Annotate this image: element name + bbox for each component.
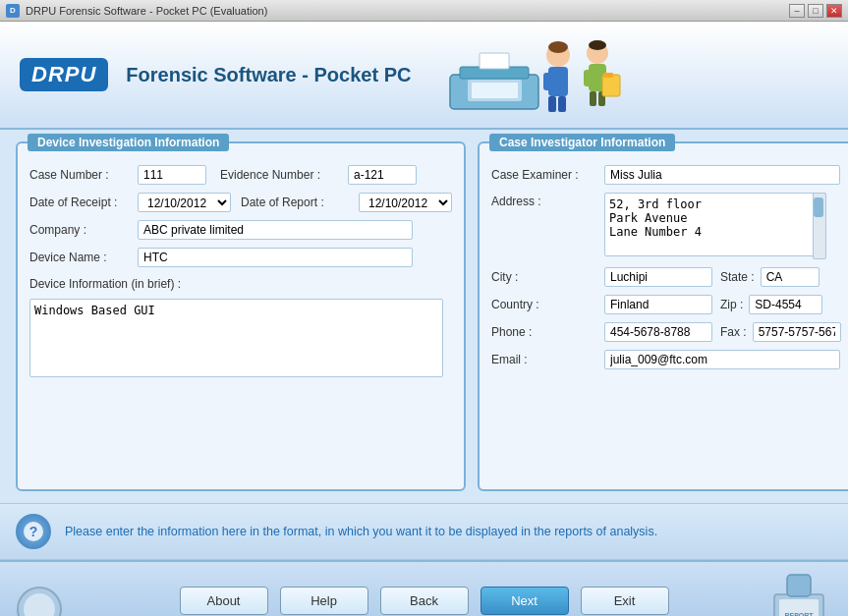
address-scrollbar[interactable] xyxy=(813,193,826,259)
address-textarea[interactable]: 52, 3rd floor Park Avenue Lane Number 4 xyxy=(604,193,826,256)
case-number-label: Case Number : xyxy=(29,168,138,182)
header: DRPU Forensic Software - Pocket PC xyxy=(0,22,848,130)
svg-rect-16 xyxy=(590,91,596,106)
maximize-button[interactable]: □ xyxy=(808,4,823,18)
city-state-row: City : State : xyxy=(491,267,841,287)
svg-rect-10 xyxy=(558,96,566,112)
svg-point-11 xyxy=(548,41,568,53)
info-bar: ? Please enter the information here in t… xyxy=(0,503,848,560)
evidence-number-label: Evidence Number : xyxy=(220,168,348,182)
date-report-label: Date of Report : xyxy=(241,196,359,209)
phone-label: Phone : xyxy=(491,325,604,339)
device-info-label: Device Information (in brief) : xyxy=(29,275,181,291)
device-panel-title: Device Investigation Information xyxy=(28,134,229,151)
bottom-bar: About Help Back Next Exit REPORT xyxy=(0,560,848,616)
company-input[interactable] xyxy=(138,220,413,240)
case-panel-title: Case Investigator Information xyxy=(489,134,675,151)
zip-input[interactable] xyxy=(749,295,822,314)
svg-rect-4 xyxy=(480,53,509,69)
device-info-row: Device Information (in brief) : xyxy=(29,275,452,291)
address-wrapper: 52, 3rd floor Park Avenue Lane Number 4 xyxy=(604,193,826,259)
window-title: DRPU Forensic Software - Pocket PC (Eval… xyxy=(26,5,267,17)
fax-label: Fax : xyxy=(720,325,747,339)
title-bar: D DRPU Forensic Software - Pocket PC (Ev… xyxy=(0,0,848,22)
minimize-button[interactable]: – xyxy=(789,4,805,18)
header-title: Forensic Software - Pocket PC xyxy=(126,64,411,86)
address-row: Address : 52, 3rd floor Park Avenue Lane… xyxy=(491,193,841,259)
address-label: Address : xyxy=(491,193,604,208)
about-button[interactable]: About xyxy=(180,587,268,615)
state-label: State : xyxy=(720,270,755,284)
phone-input[interactable] xyxy=(604,322,712,342)
examiner-row: Case Examiner : xyxy=(491,165,841,185)
date-report-select[interactable]: 12/10/2012 xyxy=(359,193,452,212)
device-info-textarea[interactable]: Windows Based GUI xyxy=(29,299,443,377)
header-decoration xyxy=(411,26,627,124)
country-label: Country : xyxy=(491,298,604,311)
device-info-container: Windows Based GUI xyxy=(29,299,452,380)
device-investigation-panel: Device Investigation Information Case Nu… xyxy=(16,141,466,491)
main-content: Device Investigation Information Case Nu… xyxy=(0,130,848,503)
country-input[interactable] xyxy=(604,295,712,314)
case-investigator-panel: Case Investigator Information Case Exami… xyxy=(478,141,848,491)
info-icon: ? xyxy=(16,514,51,549)
svg-text:?: ? xyxy=(29,524,38,539)
logo: DRPU xyxy=(20,58,108,91)
header-illustration xyxy=(411,26,627,124)
window-controls[interactable]: – □ ✕ xyxy=(789,4,842,18)
svg-text:REPORT: REPORT xyxy=(784,612,814,616)
date-receipt-select[interactable]: 12/10/2012 xyxy=(138,193,231,212)
svg-rect-14 xyxy=(584,70,593,86)
question-icon: ? xyxy=(23,521,44,542)
date-row: Date of Receipt : 12/10/2012 Date of Rep… xyxy=(29,193,452,212)
date-receipt-label: Date of Receipt : xyxy=(29,196,138,209)
app-icon: D xyxy=(6,4,20,18)
close-button[interactable]: ✕ xyxy=(826,4,842,18)
svg-rect-8 xyxy=(558,73,568,90)
company-row: Company : xyxy=(29,220,452,240)
svg-rect-9 xyxy=(548,96,556,112)
email-row: Email : xyxy=(491,350,841,369)
email-input[interactable] xyxy=(604,350,840,369)
svg-rect-19 xyxy=(603,73,613,78)
magnifier-illustration xyxy=(10,565,88,616)
svg-rect-18 xyxy=(602,75,620,96)
bottom-left-decoration xyxy=(10,565,88,616)
next-button[interactable]: Next xyxy=(481,587,569,615)
device-name-label: Device Name : xyxy=(29,251,138,264)
city-input[interactable] xyxy=(604,267,712,287)
state-input[interactable] xyxy=(761,267,820,287)
examiner-input[interactable] xyxy=(604,165,840,185)
device-name-row: Device Name : xyxy=(29,248,452,267)
case-number-input[interactable] xyxy=(138,165,206,185)
info-text: Please enter the information here in the… xyxy=(65,525,657,538)
stamp-illustration: REPORT xyxy=(760,565,838,616)
city-label: City : xyxy=(491,270,604,284)
fax-input[interactable] xyxy=(753,322,841,342)
svg-rect-7 xyxy=(543,73,553,90)
address-scroll-thumb xyxy=(814,197,823,217)
case-number-row: Case Number : Evidence Number : xyxy=(29,165,452,185)
exit-button[interactable]: Exit xyxy=(581,587,669,615)
examiner-label: Case Examiner : xyxy=(491,168,604,182)
zip-label: Zip : xyxy=(720,298,743,311)
email-label: Email : xyxy=(491,353,604,366)
svg-rect-29 xyxy=(787,575,811,596)
bottom-right-decoration: REPORT xyxy=(760,565,838,616)
back-button[interactable]: Back xyxy=(380,587,469,615)
svg-point-20 xyxy=(589,40,606,50)
country-zip-row: Country : Zip : xyxy=(491,295,841,314)
company-label: Company : xyxy=(29,223,138,237)
device-name-input[interactable] xyxy=(138,248,413,267)
title-bar-left: D DRPU Forensic Software - Pocket PC (Ev… xyxy=(6,4,267,18)
help-button[interactable]: Help xyxy=(280,587,368,615)
svg-rect-3 xyxy=(472,83,518,98)
evidence-number-input[interactable] xyxy=(348,165,417,185)
phone-fax-row: Phone : Fax : xyxy=(491,322,841,342)
